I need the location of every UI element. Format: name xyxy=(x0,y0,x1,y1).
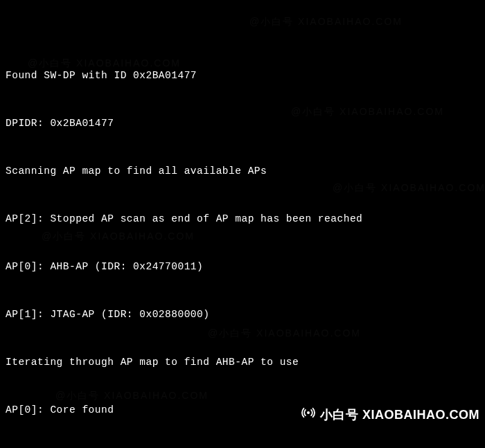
terminal-line: AP[2]: Stopped AP scan as end of AP map … xyxy=(6,211,479,227)
watermark-text: @小白号 XIAOBAIHAO.COM xyxy=(55,388,209,404)
watermark-text: @小白号 XIAOBAIHAO.COM xyxy=(249,14,403,30)
terminal-window[interactable]: @小白号 XIAOBAIHAO.COM @小白号 XIAOBAIHAO.COM … xyxy=(0,0,485,448)
watermark-text: @小白号 XIAOBAIHAO.COM xyxy=(333,180,485,196)
terminal-line: AP[1]: JTAG-AP (IDR: 0x02880000) xyxy=(6,307,479,323)
watermark-text: @小白号 XIAOBAIHAO.COM xyxy=(42,229,195,244)
terminal-line: AP[0]: AHB-AP (IDR: 0x24770011) xyxy=(6,259,479,275)
terminal-line: DPIDR: 0x2BA01477 xyxy=(6,116,479,132)
watermark-text: @小白号 XIAOBAIHAO.COM xyxy=(208,325,361,341)
terminal-line: Iterating through AP map to find AHB-AP … xyxy=(6,355,479,370)
terminal-line: AP[0]: Core found xyxy=(6,402,479,418)
terminal-line: Found SW-DP with ID 0x2BA01477 xyxy=(6,68,479,84)
terminal-line: Scanning AP map to find all available AP… xyxy=(6,163,479,179)
